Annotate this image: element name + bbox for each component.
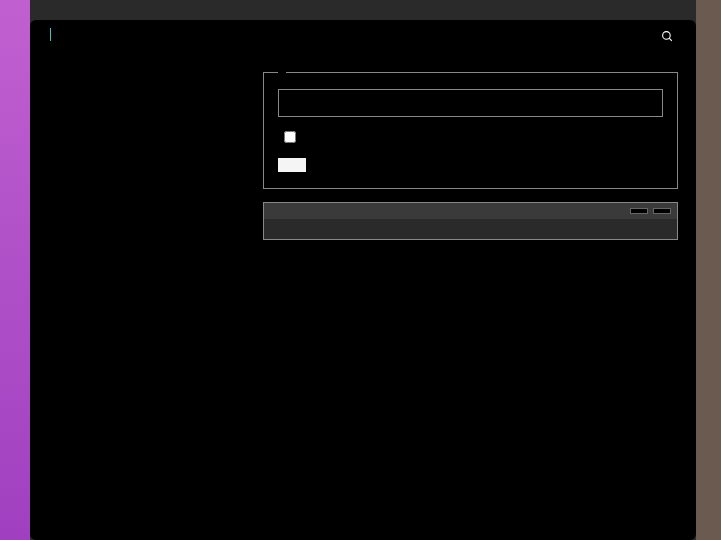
sidebar bbox=[30, 52, 245, 540]
response-body bbox=[264, 219, 677, 239]
download-button[interactable] bbox=[653, 208, 671, 214]
header bbox=[30, 20, 696, 52]
brand bbox=[48, 28, 611, 44]
search-button[interactable] bbox=[661, 30, 678, 43]
main-content bbox=[245, 52, 696, 540]
app-window bbox=[30, 20, 696, 540]
svg-line-1 bbox=[669, 38, 672, 41]
copy-button[interactable] bbox=[630, 208, 648, 214]
svg-point-0 bbox=[663, 31, 671, 39]
search-icon bbox=[661, 30, 674, 43]
panel-toolbar bbox=[264, 203, 677, 219]
url-fieldset bbox=[263, 72, 678, 189]
url-input[interactable] bbox=[278, 89, 663, 117]
submit-button[interactable] bbox=[278, 158, 306, 172]
screenshot-checkbox[interactable] bbox=[284, 131, 296, 143]
response-panel bbox=[263, 202, 678, 240]
